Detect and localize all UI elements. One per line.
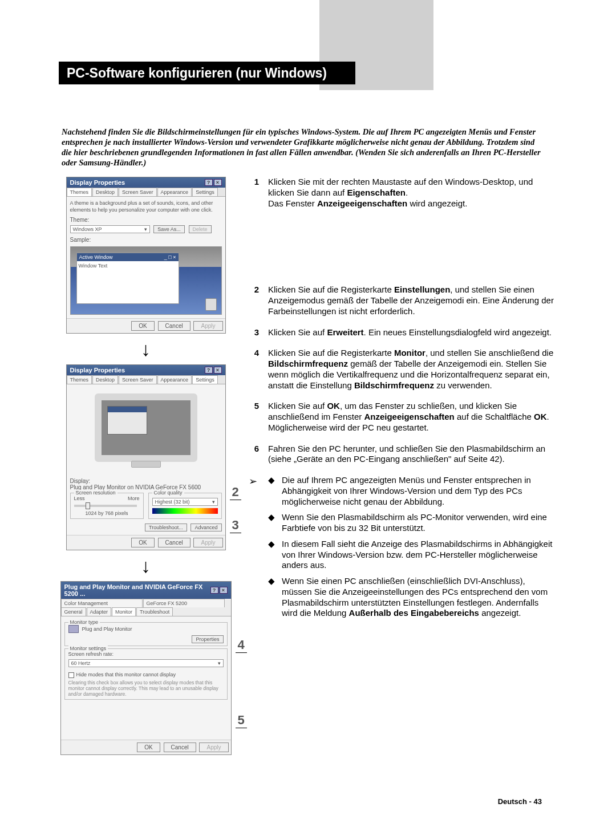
apply-button: Apply — [199, 742, 228, 752]
apply-button: Apply — [193, 538, 222, 547]
more-label: More — [128, 496, 140, 501]
tab-desktop[interactable]: Desktop — [92, 188, 118, 196]
hide-modes-label: Hide modes that this monitor cannot disp… — [76, 672, 176, 677]
monitor-type-legend: Monitor type — [68, 619, 100, 625]
color-bar — [152, 508, 218, 514]
chevron-down-icon: ▾ — [212, 499, 215, 505]
callout-3: 3 — [230, 518, 241, 533]
step-2: 2 Klicken Sie auf die Registerkarte Eins… — [249, 285, 555, 316]
cancel-button[interactable]: Cancel — [158, 321, 191, 331]
tab-settings[interactable]: Settings — [192, 375, 218, 384]
monitor-type-value: Plug and Play Monitor — [82, 626, 132, 632]
tab-troubleshoot[interactable]: Troubleshoot — [136, 607, 173, 616]
tab-monitor[interactable]: Monitor — [112, 607, 136, 616]
ok-button[interactable]: OK — [131, 538, 154, 547]
theme-dropdown[interactable]: Windows XP▾ — [70, 225, 150, 233]
color-quality-legend: Color quality — [152, 490, 184, 496]
sample-window-title: Active Window — [79, 254, 113, 260]
sample-label: Sample: — [70, 237, 222, 243]
monitor-settings-legend: Monitor settings — [68, 646, 108, 651]
intro-paragraph: Nachstehend finden Sie die Bildschirmein… — [62, 127, 546, 168]
help-icon: ? — [205, 179, 213, 186]
theme-description: A theme is a background plus a set of so… — [70, 200, 222, 213]
window-title: Display Properties — [70, 367, 125, 374]
monitor-preview — [95, 393, 197, 462]
note-text: Die auf Ihrem PC angezeigten Menüs und F… — [282, 475, 555, 507]
resolution-legend: Screen resolution — [74, 490, 117, 496]
close-icon: × — [220, 587, 228, 594]
page-title: PC-Software konfigurieren (nur Windows) — [59, 62, 355, 84]
help-icon: ? — [210, 587, 218, 594]
window-title: Display Properties — [70, 179, 125, 186]
apply-button: Apply — [193, 321, 222, 331]
tab-desktop[interactable]: Desktop — [92, 375, 118, 384]
note-text: Wenn Sie einen PC anschließen (einschlie… — [282, 576, 555, 619]
tab-screensaver[interactable]: Screen Saver — [119, 188, 157, 196]
tab-geforce[interactable]: GeForce FX 5200 — [143, 599, 225, 607]
save-as-button[interactable]: Save As... — [153, 225, 185, 233]
note-text: In diesem Fall sieht die Anzeige des Pla… — [282, 539, 555, 571]
page-footer: Deutsch - 43 — [498, 797, 542, 806]
step-number: 5 — [249, 401, 259, 433]
sample-window-text: Window Text — [77, 261, 179, 301]
tab-appearance[interactable]: Appearance — [157, 375, 192, 384]
bullet-icon: ◆ — [268, 475, 276, 507]
tab-themes[interactable]: Themes — [67, 375, 92, 384]
step-number: 1 — [249, 177, 259, 209]
refresh-rate-dropdown[interactable]: 60 Hertz▾ — [68, 659, 224, 667]
step-number: 2 — [249, 285, 259, 316]
cancel-button[interactable]: Cancel — [158, 538, 191, 547]
tab-screensaver[interactable]: Screen Saver — [119, 375, 157, 384]
cancel-button[interactable]: Cancel — [164, 742, 196, 752]
monitor-icon — [68, 625, 79, 633]
chevron-down-icon: ▾ — [144, 226, 147, 232]
step-5: 5 Klicken Sie auf OK, um das Fenster zu … — [249, 401, 555, 433]
tab-strip: Themes Desktop Screen Saver Appearance S… — [67, 188, 225, 197]
color-quality-dropdown[interactable]: Highest (32 bit)▾ — [152, 498, 218, 506]
close-icon: × — [214, 367, 222, 374]
advanced-button[interactable]: Advanced — [191, 524, 221, 531]
bullet-icon: ◆ — [268, 512, 276, 534]
properties-button[interactable]: Properties — [192, 635, 223, 643]
tab-themes[interactable]: Themes — [67, 188, 92, 196]
resolution-slider[interactable] — [74, 505, 137, 507]
refresh-rate-label: Screen refresh rate: — [68, 651, 224, 657]
recycle-bin-icon — [205, 298, 217, 311]
screenshot-monitor-properties: 4 5 Plug and Play Monitor and NVIDIA GeF… — [60, 581, 232, 755]
callout-2: 2 — [230, 485, 241, 500]
tab-appearance[interactable]: Appearance — [157, 188, 192, 196]
note-arrow-icon: ➢ — [249, 475, 262, 624]
theme-label: Theme: — [70, 217, 222, 223]
delete-button: Delete — [189, 225, 212, 233]
step-4: 4 Klicken Sie auf die Registerkarte Moni… — [249, 348, 555, 391]
step-number: 4 — [249, 348, 259, 391]
help-icon: ? — [205, 367, 213, 374]
screenshot-display-properties-themes: Display Properties ?× Themes Desktop Scr… — [66, 177, 226, 334]
step-number: 6 — [249, 444, 259, 465]
ok-button[interactable]: OK — [131, 321, 154, 331]
display-label: Display: — [70, 478, 222, 484]
hide-modes-checkbox[interactable] — [68, 672, 74, 678]
sample-preview: Active Window_ □ × Window Text — [70, 246, 222, 315]
note-text: Wenn Sie den Plasmabildschirm als PC-Mon… — [282, 512, 555, 534]
tab-adapter[interactable]: Adapter — [87, 607, 112, 616]
notes-section: ➢ ◆Die auf Ihrem PC angezeigten Menüs un… — [249, 475, 555, 624]
callout-5: 5 — [236, 713, 247, 728]
bullet-icon: ◆ — [268, 539, 276, 571]
tab-settings[interactable]: Settings — [192, 188, 218, 196]
bullet-icon: ◆ — [268, 576, 276, 619]
hide-modes-description: Clearing this check box allows you to se… — [68, 680, 224, 697]
callout-4: 4 — [236, 638, 247, 653]
tab-color-management[interactable]: Color Management — [61, 599, 143, 607]
ok-button[interactable]: OK — [137, 742, 160, 752]
step-number: 3 — [249, 327, 259, 338]
step-3: 3 Klicken Sie auf Erweitert. Ein neues E… — [249, 327, 555, 338]
step-1: 1 Klicken Sie mit der rechten Maustaste … — [249, 177, 555, 209]
resolution-value: 1024 by 768 pixels — [74, 510, 140, 516]
step-6: 6 Fahren Sie den PC herunter, und schlie… — [249, 444, 555, 465]
tab-general[interactable]: General — [61, 607, 86, 616]
screenshot-display-properties-settings: 2 3 Display Properties ?× Themes Desktop… — [66, 364, 226, 550]
down-arrow-icon: ↓ — [141, 556, 151, 575]
troubleshoot-button[interactable]: Troubleshoot... — [145, 524, 187, 531]
less-label: Less — [74, 496, 85, 501]
